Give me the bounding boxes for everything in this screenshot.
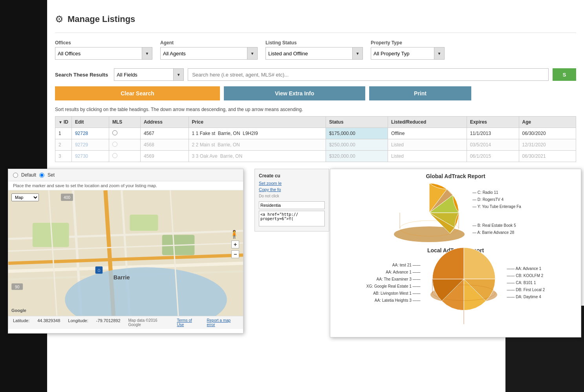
map-type-dropdown[interactable]: Map Satellite	[11, 193, 39, 201]
print-button[interactable]: Print	[369, 86, 471, 100]
row-radio-input[interactable]	[112, 142, 117, 147]
longitude-label: Longitude:	[68, 318, 88, 327]
svg-text:400: 400	[64, 195, 70, 200]
listing-id-link[interactable]: 92728	[75, 131, 88, 136]
row-radio[interactable]	[109, 128, 140, 139]
latitude-value: 44.3829348	[37, 318, 60, 327]
create-textarea[interactable]: <a href="http:// property=6">Y(	[259, 211, 325, 226]
row-mls: 4568	[140, 139, 189, 151]
row-address: 2 2 Main st Barrie, ON	[189, 139, 326, 151]
create-link-2[interactable]: Copy the fo	[259, 187, 325, 192]
svg-text:90: 90	[15, 285, 20, 289]
search-go-button[interactable]: S	[553, 68, 576, 81]
th-id[interactable]: ▼ID	[55, 117, 72, 128]
offices-select-wrapper[interactable]: All Offices ▼	[55, 47, 152, 60]
offices-filter-group: Offices All Offices ▼	[55, 40, 152, 60]
row-price: $250,000.00	[326, 139, 388, 151]
listing-status-arrow-icon: ▼	[352, 47, 362, 59]
agent-select[interactable]: All Agents	[161, 47, 247, 59]
create-custom-overlay: Create cu Set zoom le Copy the fo Do not…	[254, 169, 329, 232]
th-expires[interactable]: Expires	[467, 117, 519, 128]
create-input[interactable]	[259, 201, 325, 209]
map-default-label[interactable]: Default	[21, 172, 36, 178]
th-address[interactable]: Address	[140, 117, 189, 128]
row-listed: 11/1/2013	[467, 128, 519, 139]
map-report-link[interactable]: Report a map error	[207, 318, 238, 327]
th-listed-reduced[interactable]: Listed/Reduced	[388, 117, 467, 128]
table-row: 3 92730 4569 3 3 Oak Ave Barrie, ON $320…	[55, 151, 576, 162]
search-fields-select[interactable]: All Fields	[114, 69, 173, 80]
row-id[interactable]: 92728	[71, 128, 109, 139]
local-chart-area: AA: test 21 —— AA: Advance 1 —— AA: The …	[334, 255, 577, 310]
local-adtrack-section: Local AdTrack Report AA: test 21 —— AA: …	[334, 247, 577, 310]
svg-rect-9	[130, 215, 158, 231]
legend-item: — D: RogersTV 4	[472, 196, 521, 203]
th-edit: Edit	[71, 117, 109, 128]
row-id[interactable]: 92729	[71, 139, 109, 151]
property-type-select[interactable]: All Property Typ	[371, 47, 434, 59]
listing-id-link[interactable]: 92730	[75, 153, 88, 159]
create-title: Create cu	[259, 173, 325, 179]
listing-status-filter-group: Listing Status Listed and Offline ▼	[265, 40, 363, 60]
map-zoom-out-button[interactable]: −	[231, 250, 239, 258]
map-container[interactable]: Barrie ⌂ 400 90 Map Satellite + −	[8, 190, 243, 316]
global-chart-area: — C: Radio 11 — D: RogersTV 4 — Y: You T…	[334, 181, 577, 244]
th-status[interactable]: Status	[326, 117, 388, 128]
latitude-label: Latitude:	[13, 318, 29, 327]
row-id[interactable]: 92730	[71, 151, 109, 162]
action-row: Clear Search View Extra Info Print	[55, 84, 576, 104]
agent-label: Agent	[160, 40, 258, 46]
search-fields-arrow-icon: ▼	[173, 69, 183, 80]
map-set-radio[interactable]	[39, 173, 44, 178]
clear-search-button[interactable]: Clear Search	[55, 86, 220, 100]
search-fields-select-wrapper[interactable]: All Fields ▼	[114, 68, 184, 81]
property-type-arrow-icon: ▼	[434, 47, 444, 59]
offices-label: Offices	[55, 40, 152, 46]
offices-select[interactable]: All Offices	[55, 47, 142, 59]
page-title: Manage Listings	[68, 14, 135, 24]
property-type-filter-group: Property Type All Property Typ ▼	[371, 40, 445, 60]
listing-status-select[interactable]: Listed and Offline	[266, 47, 352, 59]
legend-item: AB: Livingston West 1 ——	[366, 290, 421, 297]
row-listed: 06/1/2015	[467, 151, 519, 162]
view-extra-info-button[interactable]: View Extra Info	[224, 86, 365, 100]
global-pie-chart	[390, 181, 469, 244]
global-legend: — C: Radio 11 — D: RogersTV 4 — Y: You T…	[472, 189, 521, 236]
map-default-radio[interactable]	[13, 173, 18, 178]
street-view-icon[interactable]: 🧍	[229, 230, 239, 239]
svg-text:Barrie: Barrie	[114, 274, 130, 281]
map-zoom-in-button[interactable]: +	[231, 241, 239, 248]
agent-select-wrapper[interactable]: All Agents ▼	[160, 47, 258, 60]
row-radio[interactable]	[109, 151, 140, 162]
row-radio[interactable]	[109, 139, 140, 151]
property-type-select-wrapper[interactable]: All Property Typ ▼	[371, 47, 445, 60]
main-content: ⚙ Manage Listings Offices All Offices ▼ …	[47, 0, 584, 162]
row-num: 2	[55, 139, 72, 151]
row-expires: 12/31/2020	[519, 139, 576, 151]
listing-status-select-wrapper[interactable]: Listed and Offline ▼	[265, 47, 363, 60]
listing-status-label: Listing Status	[265, 40, 363, 46]
row-mls: 4567	[140, 128, 189, 139]
row-radio-input[interactable]	[112, 130, 117, 135]
th-mls[interactable]: MLS	[109, 117, 140, 128]
listing-id-link[interactable]: 92729	[75, 142, 88, 148]
row-radio-input[interactable]	[112, 153, 117, 158]
map-set-label[interactable]: Set	[48, 172, 55, 178]
map-svg: Barrie ⌂ 400 90	[8, 190, 243, 316]
legend-item: —— DA: Daytime 4	[507, 294, 545, 301]
th-age[interactable]: Age	[519, 117, 576, 128]
adtrack-overlay: Global AdTrack Report	[330, 169, 581, 337]
search-text-input[interactable]	[188, 68, 549, 81]
map-radio-group[interactable]: Default Set	[13, 172, 55, 178]
agent-filter-group: Agent All Agents ▼	[160, 40, 258, 60]
map-type-select[interactable]: Map Satellite	[11, 193, 39, 201]
create-link-1[interactable]: Set zoom le	[259, 181, 325, 186]
svg-text:⌂: ⌂	[97, 267, 100, 273]
map-terms-link[interactable]: Terms of Use	[177, 318, 199, 327]
local-pie-chart	[425, 255, 503, 310]
map-data-text: Map data ©2016 Google	[128, 318, 169, 327]
th-price[interactable]: Price	[189, 117, 326, 128]
row-num: 1	[55, 128, 72, 139]
row-expires: 06/30/2020	[519, 128, 576, 139]
legend-item: XG: Google Real Estate 1 ——	[366, 283, 421, 290]
